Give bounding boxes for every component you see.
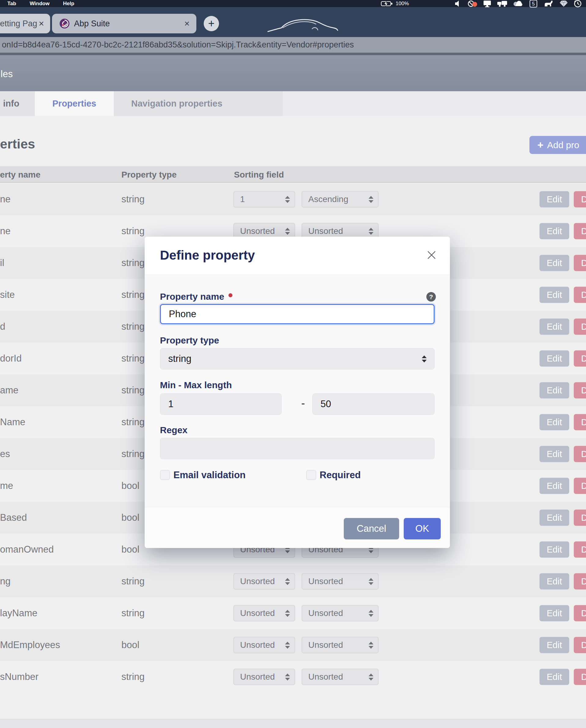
- edit-button[interactable]: Edit: [539, 669, 569, 685]
- menu-tab[interactable]: Tab: [7, 1, 16, 7]
- display-icon[interactable]: [483, 0, 491, 7]
- sort-direction-select[interactable]: Unsorted: [301, 605, 379, 622]
- url-bar[interactable]: onId=b8d4ea76-15cd-4270-bc2c-2121f86abd3…: [0, 37, 586, 53]
- page-title: erties: [0, 136, 35, 152]
- menu-help[interactable]: Help: [63, 1, 74, 7]
- edit-button[interactable]: Edit: [539, 223, 569, 240]
- edit-button[interactable]: Edit: [539, 287, 569, 303]
- delete-button[interactable]: Delete: [574, 319, 586, 335]
- edit-button[interactable]: Edit: [539, 446, 569, 462]
- regex-input[interactable]: [160, 438, 435, 459]
- edit-button[interactable]: Edit: [539, 605, 569, 622]
- truck-icon[interactable]: [497, 0, 507, 7]
- edit-button[interactable]: Edit: [539, 542, 569, 558]
- property-name-cell: site: [0, 289, 15, 300]
- delete-button[interactable]: Delete: [574, 478, 586, 494]
- status-icons: 100% 5: [381, 0, 586, 8]
- delete-button[interactable]: Delete: [574, 573, 586, 589]
- max-length-input[interactable]: 50: [312, 393, 435, 415]
- edit-button[interactable]: Edit: [539, 191, 569, 207]
- entity-tab-strip: info Properties Navigation properties: [0, 91, 586, 116]
- property-name-label-text: Property name: [160, 292, 224, 302]
- select-arrows-icon: [422, 355, 427, 362]
- delete-button[interactable]: Delete: [574, 637, 586, 653]
- edit-button[interactable]: Edit: [539, 351, 569, 367]
- ok-button[interactable]: OK: [404, 518, 441, 539]
- property-name-cell: sNumber: [0, 671, 38, 682]
- delete-button[interactable]: Delete: [574, 510, 586, 526]
- add-property-button[interactable]: + Add pro: [529, 136, 586, 154]
- delete-button[interactable]: Delete: [574, 255, 586, 271]
- sort-field-value: Unsorted: [240, 226, 275, 236]
- battery-status[interactable]: 100%: [381, 0, 409, 7]
- delete-button[interactable]: Delete: [574, 223, 586, 240]
- gem-icon[interactable]: [559, 0, 568, 7]
- app-badge-icon[interactable]: 5: [529, 0, 537, 8]
- footer-band: [0, 719, 586, 728]
- sort-field-value: Unsorted: [240, 640, 275, 650]
- required-checkbox[interactable]: [306, 470, 316, 480]
- edit-button[interactable]: Edit: [539, 414, 569, 430]
- edit-button[interactable]: Edit: [539, 573, 569, 589]
- delete-button[interactable]: Delete: [574, 287, 586, 303]
- edit-button[interactable]: Edit: [539, 319, 569, 335]
- modal-title: Define property: [160, 248, 255, 263]
- regex-label: Regex: [160, 425, 187, 435]
- sort-field-select[interactable]: Unsorted: [233, 605, 295, 622]
- record-dot-icon[interactable]: [468, 0, 477, 7]
- tab-close-icon[interactable]: ×: [184, 19, 190, 28]
- tab-close-icon[interactable]: ×: [38, 19, 44, 28]
- help-icon[interactable]: ?: [426, 292, 436, 302]
- browser-tab-abp-suite[interactable]: Abp Suite ×: [52, 14, 196, 33]
- delete-button[interactable]: Delete: [574, 191, 586, 207]
- delete-button[interactable]: Delete: [574, 605, 586, 622]
- delete-button[interactable]: Delete: [574, 382, 586, 399]
- sort-direction-select[interactable]: Unsorted: [301, 573, 379, 589]
- history-clock-icon[interactable]: [574, 0, 582, 8]
- sort-arrows-icon: [368, 674, 374, 681]
- sort-arrows-icon: [368, 610, 374, 617]
- min-length-input[interactable]: 1: [160, 393, 282, 415]
- sort-direction-select[interactable]: Unsorted: [301, 637, 379, 653]
- cloud-icon[interactable]: [513, 0, 524, 7]
- sort-direction-select[interactable]: Ascending: [301, 191, 379, 207]
- cancel-button[interactable]: Cancel: [344, 518, 399, 539]
- sort-field-select[interactable]: Unsorted: [233, 637, 295, 653]
- menu-window[interactable]: Window: [30, 1, 50, 7]
- tab-entity-info[interactable]: info: [0, 91, 35, 116]
- tab-navigation-properties[interactable]: Navigation properties: [114, 91, 283, 116]
- page-header-title-fragment: les: [1, 69, 13, 80]
- sort-direction-select[interactable]: Unsorted: [301, 669, 379, 685]
- tab-properties[interactable]: Properties: [35, 91, 114, 116]
- property-type-select[interactable]: string: [160, 348, 435, 370]
- browser-tab-getting-started[interactable]: etting Pag ×: [0, 14, 50, 33]
- property-type-cell: bool: [122, 639, 139, 651]
- property-name-cell: ng: [0, 576, 10, 587]
- property-name-input[interactable]: Phone: [160, 304, 435, 324]
- sort-field-select[interactable]: 1: [233, 191, 295, 207]
- menu-items: Tab Window Help: [0, 1, 74, 7]
- delete-button[interactable]: Delete: [574, 446, 586, 462]
- delete-button[interactable]: Delete: [574, 542, 586, 558]
- table-row: layName string Unsorted Unsorted Edit De…: [0, 597, 586, 629]
- edit-button[interactable]: Edit: [539, 255, 569, 271]
- sort-direction-value: Unsorted: [308, 640, 343, 650]
- new-tab-button[interactable]: +: [204, 16, 219, 31]
- animal-icon[interactable]: [543, 0, 554, 7]
- edit-button[interactable]: Edit: [539, 510, 569, 526]
- edit-button[interactable]: Edit: [539, 382, 569, 399]
- delete-button[interactable]: Delete: [574, 351, 586, 367]
- email-validation-checkbox[interactable]: [160, 470, 170, 480]
- sort-field-select[interactable]: Unsorted: [233, 573, 295, 589]
- sort-arrows-icon: [285, 642, 290, 649]
- delete-button[interactable]: Delete: [574, 669, 586, 685]
- sort-field-select[interactable]: Unsorted: [233, 669, 295, 685]
- volume-icon[interactable]: [454, 0, 462, 7]
- property-name-label: Property name: [160, 292, 233, 302]
- close-icon[interactable]: [427, 250, 436, 260]
- min-max-label: Min - Max length: [160, 380, 232, 390]
- edit-button[interactable]: Edit: [539, 478, 569, 494]
- edit-button[interactable]: Edit: [539, 637, 569, 653]
- delete-button[interactable]: Delete: [574, 414, 586, 430]
- sort-arrows-icon: [368, 196, 374, 203]
